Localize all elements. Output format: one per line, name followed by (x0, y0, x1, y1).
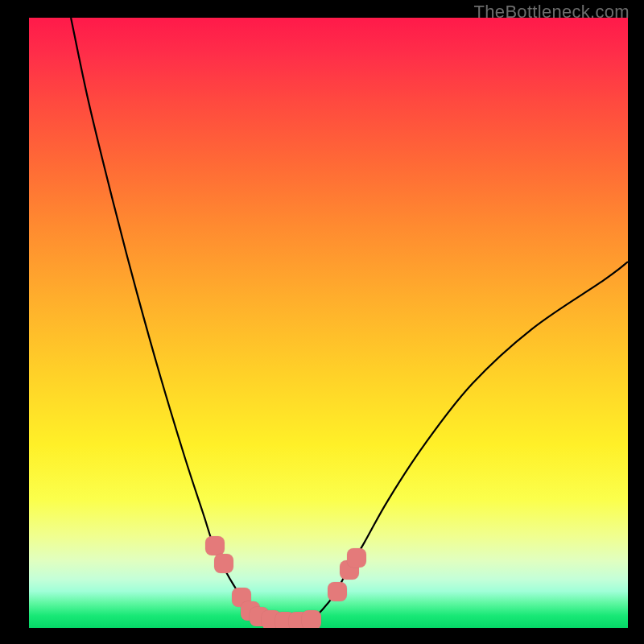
plot-area (29, 18, 628, 628)
chart-frame: TheBottleneck.com (0, 0, 644, 644)
data-marker (347, 548, 366, 568)
data-marker (205, 536, 225, 555)
data-marker (214, 554, 233, 573)
curves-layer (29, 18, 628, 628)
data-marker (328, 582, 347, 601)
curve-left (71, 18, 299, 626)
watermark-text: TheBottleneck.com (474, 2, 630, 23)
data-marker (302, 610, 321, 628)
